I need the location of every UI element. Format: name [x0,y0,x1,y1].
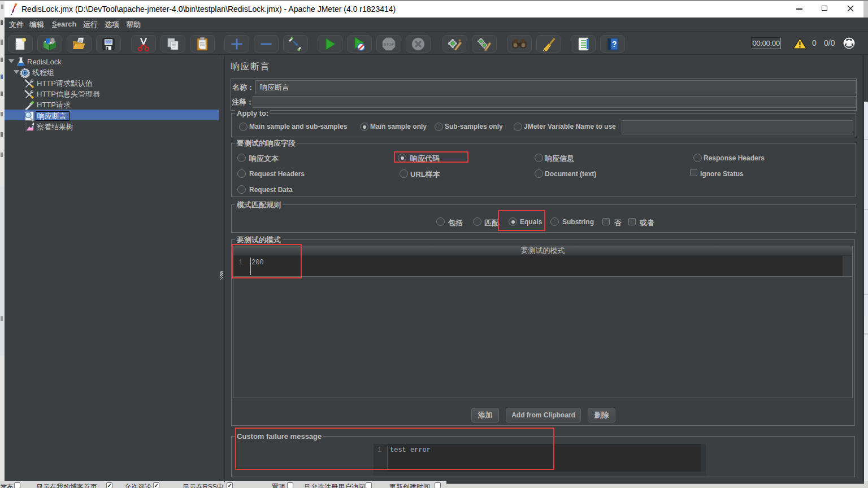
svg-text:?: ? [612,40,617,49]
svg-text:STOP: STOP [384,42,394,46]
